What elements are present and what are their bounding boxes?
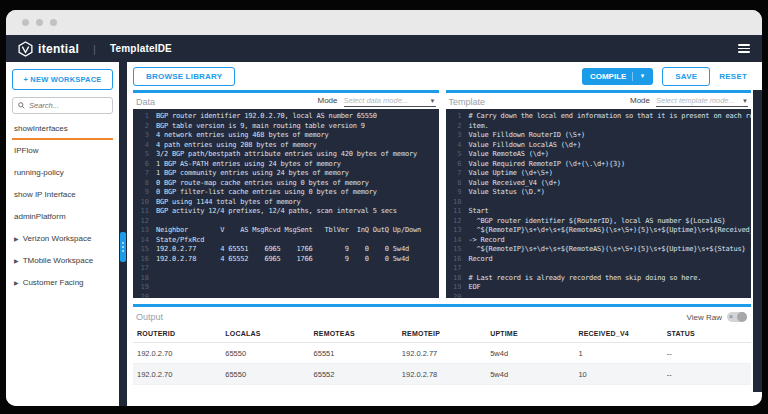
code-line: 16Record	[446, 255, 752, 265]
splitter-drag-handle[interactable]	[120, 232, 126, 262]
sidebar-item-label: show IP Interface	[14, 190, 76, 199]
sidebar-item[interactable]: show IP Interface	[12, 184, 113, 206]
right-splitter[interactable]	[753, 90, 762, 392]
code-line: 90 BGP filter-list cache entries using 0…	[133, 188, 439, 198]
code-line: 71 BGP community entries using 24 bytes …	[133, 169, 439, 179]
code-line: 15192.0.2.77 4 65551 6965 1766 9 0 0 5w4…	[133, 245, 439, 255]
code-line: 18# Last record is already recorded then…	[446, 274, 752, 284]
expand-caret-icon[interactable]: ▶	[14, 279, 19, 286]
code-line: 1BGP router identifier 192.0.2.70, local…	[133, 112, 439, 122]
code-line: 44 path entries using 208 bytes of memor…	[133, 141, 439, 151]
sidebar-item[interactable]: adminPlatform	[12, 206, 113, 228]
sidebar-item[interactable]: IPFlow	[12, 140, 113, 162]
expand-caret-icon[interactable]: ▶	[14, 235, 19, 242]
reset-button[interactable]: RESET	[719, 72, 747, 81]
compile-split-divider	[632, 72, 633, 81]
data-mode-select[interactable]: Select data mode... ▼	[344, 96, 436, 107]
output-table-row: 192.0.2.706555065552192.0.2.785w4d10--	[133, 364, 751, 385]
code-line: 7Value Uptime (\d+\S+)	[446, 169, 752, 179]
sidebar-item-label: TMobile Workspace	[23, 256, 94, 265]
code-line: 15 ^${RemoteIP}\s+\d+\s+${RemoteAS}(\s+\…	[446, 245, 752, 255]
output-cell: 192.0.2.70	[133, 364, 221, 385]
code-line: 18	[133, 274, 439, 284]
code-line: 10	[446, 198, 752, 208]
template-mode-label: Mode	[630, 96, 650, 105]
output-column-header: STATUS	[663, 325, 751, 343]
code-line: 11BGP activity 12/4 prefixes, 12/4 paths…	[133, 207, 439, 217]
search-box[interactable]	[12, 97, 113, 114]
sidebar-item-label: running-policy	[14, 168, 64, 177]
code-line: 13Neighbor V AS MsgRcvd MsgSent TblVer I…	[133, 226, 439, 236]
output-cell: 65551	[310, 343, 398, 364]
output-cell: 5w4d	[486, 343, 574, 364]
sidebar-item-label: Verizon Workspace	[23, 234, 92, 243]
code-line: 6Value Required RemoteIP (\d+(\.\d+){3})	[446, 160, 752, 170]
code-line: 1# Carry down the local end information …	[446, 112, 752, 122]
data-panel: Data Mode Select data mode... ▼ 1BGP rou…	[133, 90, 439, 298]
output-table: ROUTERIDLOCALASREMOTEASREMOTEIPUPTIMEREC…	[133, 325, 751, 385]
compile-button[interactable]: COMPILE ▼	[582, 68, 653, 85]
output-table-row: 192.0.2.706555065551192.0.2.775w4d1--	[133, 343, 751, 364]
template-panel: Template Mode Select template mode... ▼ …	[446, 90, 752, 298]
output-cell: 192.0.2.70	[133, 343, 221, 364]
output-panel: Output View Raw × ROUTERIDLOCALASREMOTEA…	[133, 304, 751, 406]
chevron-down-icon: ▼	[742, 98, 748, 104]
toolbar: BROWSE LIBRARY COMPILE ▼ SAVE RESET	[127, 62, 753, 90]
code-line: 8Value Received_V4 (\d+)	[446, 179, 752, 189]
code-line: 19	[133, 283, 439, 293]
code-line: 16192.0.2.78 4 65552 6965 1766 9 0 0 5w4…	[133, 255, 439, 265]
window-control-dot[interactable]	[36, 19, 43, 26]
code-line: 34 network entries using 468 bytes of me…	[133, 131, 439, 141]
data-editor[interactable]: 1BGP router identifier 192.0.2.70, local…	[133, 109, 439, 298]
output-cell: 65550	[221, 343, 309, 364]
save-button[interactable]: SAVE	[662, 67, 710, 86]
code-line: 14State/PfxRcd	[133, 236, 439, 246]
browse-library-button[interactable]: BROWSE LIBRARY	[133, 67, 235, 86]
sidebar-item[interactable]: ▶TMobile Workspace	[12, 250, 113, 272]
output-cell: 1	[574, 343, 662, 364]
code-line: 9Value Status (\D.*)	[446, 188, 752, 198]
title-bar	[6, 10, 762, 35]
sidebar-item[interactable]: showInterfaces	[12, 118, 113, 140]
code-line: 20	[133, 293, 439, 299]
output-column-header: LOCALAS	[221, 325, 309, 343]
output-cell: 10	[574, 364, 662, 385]
code-line: 3Value Filldown RouterID (\S+)	[446, 131, 752, 141]
output-panel-title: Output	[136, 312, 163, 322]
output-cell: 192.0.2.77	[398, 343, 486, 364]
sidebar-item-label: adminPlatform	[14, 212, 66, 221]
output-column-header: REMOTEIP	[398, 325, 486, 343]
compile-dropdown-caret-icon[interactable]: ▼	[639, 73, 645, 79]
expand-caret-icon[interactable]: ▶	[14, 257, 19, 264]
output-cell: 192.0.2.78	[398, 364, 486, 385]
output-table-body: 192.0.2.706555065551192.0.2.775w4d1--192…	[133, 343, 751, 385]
sidebar-item-label: Customer Facing	[23, 278, 84, 287]
code-line: 10BGP using 1144 total bytes of memory	[133, 198, 439, 208]
code-line: 53/2 BGP path/bestpath attribute entries…	[133, 150, 439, 160]
menu-icon[interactable]	[738, 44, 750, 53]
output-column-header: REMOTEAS	[310, 325, 398, 343]
view-raw-toggle[interactable]: ×	[727, 312, 747, 322]
sidebar-item[interactable]: ▶Verizon Workspace	[12, 228, 113, 250]
sidebar-item[interactable]: ▶Customer Facing	[12, 272, 113, 294]
brand-separator: |	[93, 43, 96, 55]
sidebar-item[interactable]: running-policy	[12, 162, 113, 184]
output-cell: 5w4d	[486, 364, 574, 385]
template-editor[interactable]: 1# Carry down the local end information …	[446, 109, 752, 298]
search-input[interactable]	[29, 101, 107, 110]
main-area: BROWSE LIBRARY COMPILE ▼ SAVE RESET Data	[127, 62, 753, 406]
code-line: 2BGP table version is 9, main routing ta…	[133, 122, 439, 132]
output-cell: --	[663, 343, 751, 364]
app-title: TemplateIDE	[110, 43, 172, 54]
new-workspace-button[interactable]: + NEW WORKSPACE	[12, 69, 113, 90]
window-control-dot[interactable]	[50, 19, 57, 26]
code-line: 12 ^BGP router identifier ${RouterID}, l…	[446, 217, 752, 227]
window-control-dot[interactable]	[22, 19, 29, 26]
app-window: itential | TemplateIDE + NEW WORKSPACE s…	[6, 10, 762, 406]
workspace-list: showInterfacesIPFlowrunning-policyshow I…	[12, 118, 113, 294]
sidebar-item-label: IPFlow	[14, 146, 38, 155]
output-column-header: ROUTERID	[133, 325, 221, 343]
sidebar-item-label: showInterfaces	[14, 124, 68, 133]
template-mode-select[interactable]: Select template mode... ▼	[656, 96, 748, 107]
brand: itential | TemplateIDE	[18, 41, 172, 57]
